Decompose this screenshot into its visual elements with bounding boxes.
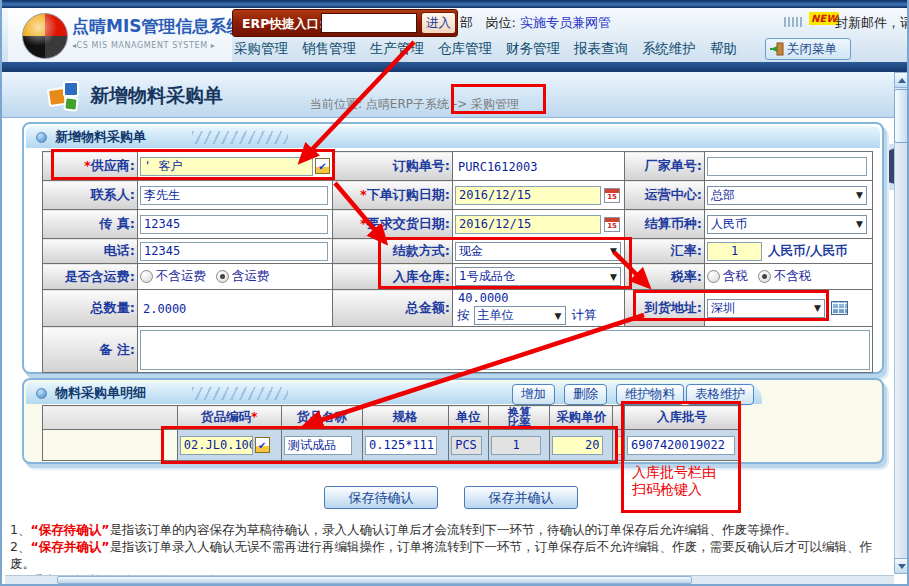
calendar-icon[interactable]: 15: [604, 188, 620, 203]
col-name-header: 货品名称: [281, 406, 362, 430]
menu-item-finance[interactable]: 财务管理: [506, 40, 560, 58]
warehouse-label-cell: 入库仓库:: [333, 264, 453, 290]
detail-panel-title: 物料采购单明细: [55, 384, 146, 402]
scroll-down-button[interactable]: [894, 558, 909, 574]
total-qty-label-cell: 总数量:: [43, 290, 138, 327]
breadcrumb: 当前位置: 点晴ERP子系统 -> 采购管理: [310, 96, 519, 113]
currency-label-cell: 结算币种:: [625, 210, 705, 239]
vertical-scroll-thumb[interactable]: [894, 89, 909, 143]
close-menu-label: 关闭菜单: [787, 41, 837, 58]
supplier-label-cell: *供应商:: [43, 152, 138, 181]
maintain-material-button[interactable]: 维护物料: [616, 384, 684, 405]
fax-input[interactable]: 12345: [140, 215, 328, 234]
item-spec-input[interactable]: 0.125*111.2*1: [365, 436, 437, 455]
item-code-input[interactable]: 02.JL0.100005: [180, 436, 253, 455]
page-title: 新增物料采购单: [90, 83, 223, 109]
vertical-scrollbar[interactable]: [894, 72, 909, 574]
position-value: 实施专员兼网管: [520, 15, 611, 30]
col-ratio-header: 换算比率: [489, 406, 550, 430]
op-center-label-cell: 运营中心:: [625, 181, 705, 210]
fax-label-cell: 传 真:: [43, 210, 138, 239]
radio-tax-excluded[interactable]: [758, 270, 771, 283]
logo-panel: 点晴MIS管理信息系统 ◂CS MIS MANAGMENT SYSTEM ▸: [8, 8, 232, 62]
radio-freight-excluded[interactable]: [140, 270, 153, 283]
contact-label-cell: 联系人:: [43, 181, 138, 210]
col-batch-header: 入库批号: [625, 406, 740, 430]
close-menu-button[interactable]: 关闭菜单: [765, 38, 851, 60]
scroll-down-icon: [898, 564, 906, 569]
radio-freight-included[interactable]: [216, 270, 229, 283]
total-amount-label-cell: 总金额:: [333, 290, 453, 327]
form-panel-title: 新增物料采购单: [55, 128, 146, 146]
delivery-address-select[interactable]: 深圳▼: [707, 299, 825, 318]
item-batch-input[interactable]: 6907420019022: [627, 436, 735, 455]
total-amount-value: 40.0000: [455, 291, 622, 305]
marquee-bars-icon: [784, 17, 804, 27]
calendar-icon[interactable]: 15: [604, 217, 620, 232]
detail-panel: 物料采购单明细 货品编码* 货品名称 规格 单位 换算比率 采购单价 数量 02…: [22, 378, 884, 464]
exchange-rate-input[interactable]: 1: [707, 242, 762, 261]
payment-select[interactable]: 现金▼: [455, 242, 621, 261]
address-maintain-icon[interactable]: [831, 301, 848, 315]
op-center-select[interactable]: 总部▼: [707, 186, 867, 205]
contact-input[interactable]: 李先生: [140, 186, 328, 205]
erp-shortcut-input[interactable]: [321, 13, 417, 33]
menu-item-production[interactable]: 生产管理: [370, 40, 424, 58]
department-fragment: 部: [460, 15, 473, 30]
factory-no-label-cell: 厂家单号:: [625, 152, 705, 181]
scroll-up-button[interactable]: [894, 72, 909, 88]
menu-item-reports[interactable]: 报表查询: [574, 40, 628, 58]
add-row-button[interactable]: 增加: [512, 384, 555, 405]
menu-item-help[interactable]: 帮助: [710, 40, 737, 58]
delete-row-button[interactable]: 删除: [564, 384, 607, 405]
calc-unit-select[interactable]: 主单位▼: [474, 306, 566, 325]
remark-textarea[interactable]: [140, 330, 870, 370]
purchase-form-panel: 新增物料采购单 *供应商: ' 客户 ✔ 订购单号: PURC1612003 厂…: [22, 122, 884, 374]
panel-bullet-icon: [36, 388, 47, 399]
warehouse-select[interactable]: 1号成品仓▼: [455, 267, 621, 286]
col-code-header: 货品编码*: [177, 406, 281, 430]
item-code-picker-icon[interactable]: ✔: [255, 437, 270, 453]
supplier-input[interactable]: ' 客户: [140, 157, 313, 176]
menu-item-sales[interactable]: 销售管理: [302, 40, 356, 58]
enter-button[interactable]: 进入: [421, 12, 456, 34]
page-title-icon: [46, 79, 82, 115]
radio-tax-included[interactable]: [707, 270, 720, 283]
note-line: 1、“保存待确认”是指该订单的内容保存为草稿待确认，录入人确认订单后才会流转到下…: [10, 521, 894, 538]
currency-select[interactable]: 人民币▼: [707, 215, 867, 234]
item-price-input[interactable]: 20: [552, 436, 603, 455]
item-name-input[interactable]: 测试成品: [284, 436, 352, 455]
calc-suffix: 计算: [572, 307, 597, 324]
chevron-down-icon: ▼: [856, 219, 863, 229]
total-qty-value: 2.0000: [140, 302, 186, 316]
table-maintain-button[interactable]: 表格维护: [686, 384, 754, 405]
phone-label-cell: 电话:: [43, 239, 138, 264]
empty-header-cell: [43, 406, 178, 430]
save-confirm-button[interactable]: 保存并确认: [464, 486, 578, 509]
phone-input[interactable]: 12345: [140, 242, 328, 261]
position-line: 部 岗位: 实施专员兼网管: [460, 14, 611, 32]
order-date-input[interactable]: 2016/12/15: [455, 186, 601, 205]
purchase-form-table: *供应商: ' 客户 ✔ 订购单号: PURC1612003 厂家单号: 联系人…: [42, 151, 873, 373]
app-logo-icon: [22, 13, 68, 59]
horizontal-scroll-thumb[interactable]: [57, 576, 692, 584]
remark-label-cell: 备 注:: [43, 327, 138, 373]
calc-prefix: 按: [457, 307, 470, 324]
panel-stripes-decoration: [192, 387, 288, 400]
page-title-bar: 新增物料采购单 当前位置: 点晴ERP子系统 -> 采购管理 点晴论坛帮助 本页…: [2, 72, 909, 118]
factory-no-input[interactable]: [707, 157, 867, 176]
system-title: 点晴MIS管理信息系统: [72, 15, 244, 38]
col-unit-header: 单位: [448, 406, 489, 430]
menu-item-purchase[interactable]: 采购管理: [234, 40, 288, 58]
erp-shortcut-bar: ERP快捷入口: 进入: [232, 9, 458, 37]
delivery-date-input[interactable]: 2016/12/15: [455, 215, 601, 234]
form-panel-header: 新增物料采购单: [26, 126, 880, 148]
menu-item-system[interactable]: 系统维护: [642, 40, 696, 58]
annotation-text: 入库批号栏由 扫码枪键入: [632, 464, 738, 498]
save-pending-button[interactable]: 保存待确认: [324, 486, 438, 509]
menu-item-warehouse[interactable]: 仓库管理: [438, 40, 492, 58]
supplier-picker-icon[interactable]: ✔: [315, 158, 330, 174]
address-label-cell: 到货地址:: [625, 290, 705, 327]
nav-separator-band: [2, 62, 909, 72]
panel-stripes-decoration: [192, 131, 288, 144]
